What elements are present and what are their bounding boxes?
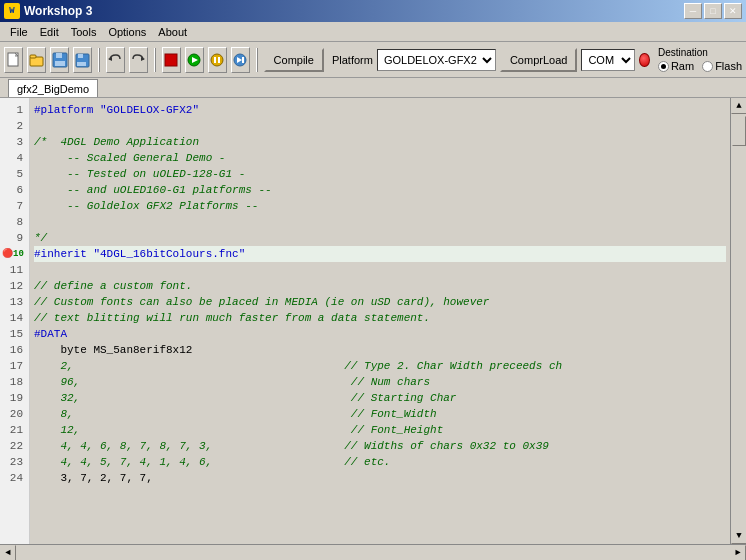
- line-number-1: 1: [2, 102, 27, 118]
- line-numbers: 123456789🔴101112131415161718192021222324: [0, 98, 30, 544]
- open-button[interactable]: [27, 47, 46, 73]
- title-bar: W Workshop 3 ─ □ ✕: [0, 0, 746, 22]
- code-line-8: [34, 214, 726, 230]
- scroll-left-button[interactable]: ◄: [0, 545, 16, 560]
- line-number-6: 6: [2, 182, 27, 198]
- title-bar-buttons: ─ □ ✕: [684, 3, 742, 19]
- scroll-track[interactable]: [731, 114, 746, 528]
- tab-bar: gfx2_BigDemo: [0, 78, 746, 98]
- menu-edit[interactable]: Edit: [34, 24, 65, 40]
- svg-point-14: [211, 54, 223, 66]
- separator-2: [154, 48, 156, 72]
- line-number-10: 🔴10: [2, 246, 27, 262]
- svg-rect-4: [56, 53, 62, 58]
- code-line-6: -- and uOLED160-G1 platforms --: [34, 182, 726, 198]
- horizontal-scrollbar[interactable]: ◄ ►: [0, 544, 746, 560]
- scroll-thumb[interactable]: [732, 116, 746, 146]
- svg-rect-7: [78, 54, 83, 58]
- line-number-11: 11: [2, 262, 27, 278]
- undo-button[interactable]: [106, 47, 125, 73]
- platform-select[interactable]: GOLDELOX-GFX2: [377, 49, 496, 71]
- redo-button[interactable]: [129, 47, 148, 73]
- line-number-24: 24: [2, 470, 27, 486]
- line-number-5: 5: [2, 166, 27, 182]
- svg-rect-5: [55, 61, 65, 66]
- compile-button[interactable]: Compile: [264, 48, 324, 72]
- code-area[interactable]: #platform "GOLDELOX-GFX2"/* 4DGL Demo Ap…: [30, 98, 730, 544]
- code-line-23: 4, 4, 5, 7, 4, 1, 4, 6, // etc.: [34, 454, 726, 470]
- code-line-22: 4, 4, 6, 8, 7, 8, 7, 3, // Widths of cha…: [34, 438, 726, 454]
- minimize-button[interactable]: ─: [684, 3, 702, 19]
- line-number-7: 7: [2, 198, 27, 214]
- title-bar-left: W Workshop 3: [4, 3, 92, 19]
- code-line-5: -- Tested on uOLED-128-G1 -: [34, 166, 726, 182]
- platform-label: Platform: [332, 54, 373, 66]
- scroll-up-button[interactable]: ▲: [731, 98, 746, 114]
- code-line-15: #DATA: [34, 326, 726, 342]
- step-button[interactable]: [231, 47, 250, 73]
- code-line-10: #inherit "4DGL_16bitColours.fnc": [34, 246, 726, 262]
- code-line-24: 3, 7, 2, 7, 7,: [34, 470, 726, 486]
- menu-tools[interactable]: Tools: [65, 24, 103, 40]
- separator-1: [98, 48, 100, 72]
- code-line-13: // Custom fonts can also be placed in ME…: [34, 294, 726, 310]
- code-line-9: */: [34, 230, 726, 246]
- pause-button[interactable]: [208, 47, 227, 73]
- line-number-17: 17: [2, 358, 27, 374]
- code-line-3: /* 4DGL Demo Application: [34, 134, 726, 150]
- menu-options[interactable]: Options: [102, 24, 152, 40]
- com-port-select[interactable]: COM 3: [581, 49, 635, 71]
- vertical-scrollbar[interactable]: ▲ ▼: [730, 98, 746, 544]
- maximize-button[interactable]: □: [704, 3, 722, 19]
- svg-rect-8: [77, 62, 86, 66]
- ram-option[interactable]: Ram: [658, 60, 694, 72]
- svg-rect-2: [30, 55, 36, 58]
- editor-row: 123456789🔴101112131415161718192021222324…: [0, 98, 746, 544]
- save-all-button[interactable]: [73, 47, 92, 73]
- menu-bar: File Edit Tools Options About: [0, 22, 746, 42]
- line-number-20: 20: [2, 406, 27, 422]
- separator-3: [256, 48, 258, 72]
- h-scroll-track[interactable]: [16, 545, 730, 560]
- code-line-14: // text blitting will run much faster fr…: [34, 310, 726, 326]
- destination-options: Ram Flash: [658, 60, 742, 72]
- destination-label: Destination: [658, 47, 742, 58]
- code-line-7: -- Goldelox GFX2 Platforms --: [34, 198, 726, 214]
- destination-group: Destination Ram Flash: [658, 47, 742, 72]
- menu-file[interactable]: File: [4, 24, 34, 40]
- scroll-right-button[interactable]: ►: [730, 545, 746, 560]
- scroll-down-button[interactable]: ▼: [731, 528, 746, 544]
- line-number-4: 4: [2, 150, 27, 166]
- line-number-12: 12: [2, 278, 27, 294]
- main-area: 123456789🔴101112131415161718192021222324…: [0, 98, 746, 560]
- ram-radio[interactable]: [658, 61, 669, 72]
- save-button[interactable]: [50, 47, 69, 73]
- line-number-15: 15: [2, 326, 27, 342]
- app-icon: W: [4, 3, 20, 19]
- line-number-18: 18: [2, 374, 27, 390]
- line-number-9: 9: [2, 230, 27, 246]
- code-line-12: // define a custom font.: [34, 278, 726, 294]
- line-number-16: 16: [2, 342, 27, 358]
- code-line-17: 2, // Type 2. Char Width preceeds ch: [34, 358, 726, 374]
- stop-button[interactable]: [162, 47, 181, 73]
- code-line-2: [34, 118, 726, 134]
- line-number-3: 3: [2, 134, 27, 150]
- flash-option[interactable]: Flash: [702, 60, 742, 72]
- menu-about[interactable]: About: [152, 24, 193, 40]
- line-number-21: 21: [2, 422, 27, 438]
- code-line-4: -- Scaled General Demo -: [34, 150, 726, 166]
- line-number-19: 19: [2, 390, 27, 406]
- tab-gfx2bigdemo[interactable]: gfx2_BigDemo: [8, 79, 98, 97]
- close-button[interactable]: ✕: [724, 3, 742, 19]
- code-line-18: 96, // Num chars: [34, 374, 726, 390]
- flash-radio[interactable]: [702, 61, 713, 72]
- svg-rect-16: [218, 57, 220, 63]
- connection-indicator: [639, 53, 650, 67]
- toolbar: Compile Platform GOLDELOX-GFX2 ComprLoad…: [0, 42, 746, 78]
- code-line-16: byte MS_5an8erif8x12: [34, 342, 726, 358]
- new-button[interactable]: [4, 47, 23, 73]
- comprload-button[interactable]: ComprLoad: [500, 48, 577, 72]
- code-line-21: 12, // Font_Height: [34, 422, 726, 438]
- run-button[interactable]: [185, 47, 204, 73]
